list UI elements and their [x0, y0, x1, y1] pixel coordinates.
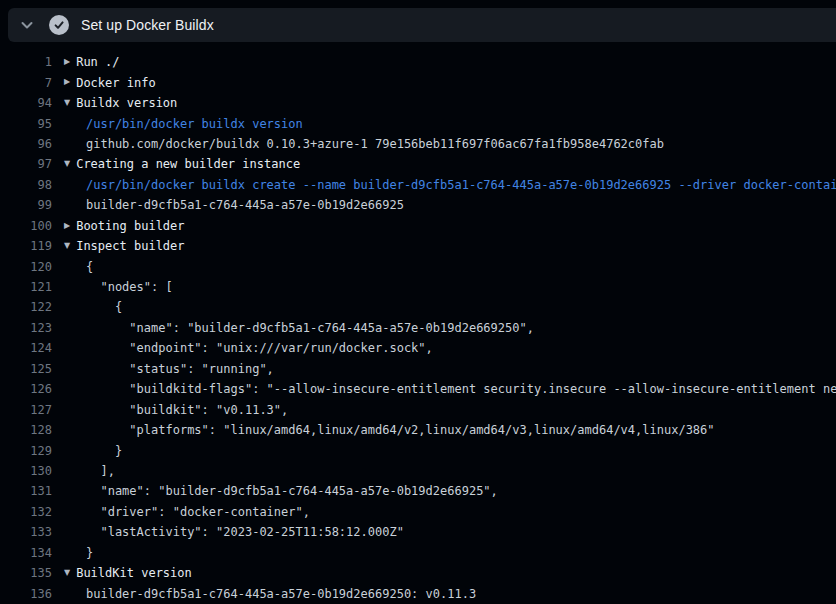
- triangle-down-icon: ▼: [64, 93, 70, 113]
- line-number[interactable]: 95: [0, 117, 52, 131]
- output-text: "lastActivity": "2023-02-25T11:58:12.000…: [86, 525, 404, 539]
- log-line: 125 "status": "running",: [0, 359, 836, 379]
- log-group-row[interactable]: 100▶Booting builder: [0, 216, 836, 236]
- line-number[interactable]: 94: [0, 96, 52, 110]
- log-group-row[interactable]: 135▼BuildKit version: [0, 563, 836, 583]
- log-line: 121 "nodes": [: [0, 277, 836, 297]
- log-line: 131 "name": "builder-d9cfb5a1-c764-445a-…: [0, 481, 836, 501]
- step-title: Set up Docker Buildx: [81, 17, 214, 33]
- log-line: 124 "endpoint": "unix:///var/run/docker.…: [0, 338, 836, 358]
- output-text: {: [86, 260, 93, 274]
- log-group-row[interactable]: 1▶Run ./: [0, 52, 836, 72]
- line-number[interactable]: 131: [0, 484, 52, 498]
- command-text: /usr/bin/docker buildx create --name bui…: [86, 178, 836, 192]
- output-text: }: [86, 444, 122, 458]
- command-text: /usr/bin/docker buildx version: [86, 117, 303, 131]
- output-text: builder-d9cfb5a1-c764-445a-a57e-0b19d2e6…: [86, 587, 476, 601]
- triangle-down-icon: ▼: [64, 154, 70, 174]
- output-text: {: [86, 300, 122, 314]
- line-number[interactable]: 134: [0, 546, 52, 560]
- line-number[interactable]: 126: [0, 382, 52, 396]
- output-text: "status": "running",: [86, 362, 274, 376]
- line-number[interactable]: 98: [0, 178, 52, 192]
- line-number[interactable]: 96: [0, 137, 52, 151]
- group-title: Creating a new builder instance: [76, 157, 300, 171]
- output-text: builder-d9cfb5a1-c764-445a-a57e-0b19d2e6…: [86, 198, 404, 212]
- output-text: "platforms": "linux/amd64,linux/amd64/v2…: [86, 423, 715, 437]
- log-group-row[interactable]: 97▼Creating a new builder instance: [0, 154, 836, 174]
- line-number[interactable]: 123: [0, 321, 52, 335]
- log-line: 120{: [0, 256, 836, 276]
- line-number[interactable]: 100: [0, 219, 52, 233]
- line-number[interactable]: 121: [0, 280, 52, 294]
- log-line: 123 "name": "builder-d9cfb5a1-c764-445a-…: [0, 318, 836, 338]
- line-number[interactable]: 130: [0, 464, 52, 478]
- line-number[interactable]: 122: [0, 300, 52, 314]
- line-number[interactable]: 120: [0, 260, 52, 274]
- chevron-down-icon[interactable]: [19, 17, 35, 33]
- triangle-right-icon: ▶: [64, 72, 70, 92]
- log-line: 129 }: [0, 440, 836, 460]
- triangle-down-icon: ▼: [64, 236, 70, 256]
- log-viewer: 1▶Run ./7▶Docker info94▼Buildx version95…: [0, 52, 836, 604]
- output-text: ],: [86, 464, 115, 478]
- group-title: BuildKit version: [76, 566, 192, 580]
- output-text: }: [86, 546, 93, 560]
- line-number[interactable]: 124: [0, 341, 52, 355]
- line-number[interactable]: 128: [0, 423, 52, 437]
- line-number[interactable]: 99: [0, 198, 52, 212]
- line-number[interactable]: 119: [0, 239, 52, 253]
- log-group-row[interactable]: 119▼Inspect builder: [0, 236, 836, 256]
- output-text: "driver": "docker-container",: [86, 505, 310, 519]
- log-line: 132 "driver": "docker-container",: [0, 502, 836, 522]
- log-group-row[interactable]: 94▼Buildx version: [0, 93, 836, 113]
- log-line: 122 {: [0, 297, 836, 317]
- triangle-right-icon: ▶: [64, 216, 70, 236]
- line-number[interactable]: 135: [0, 566, 52, 580]
- output-text: "buildkit": "v0.11.3",: [86, 403, 288, 417]
- group-title: Run ./: [76, 55, 119, 69]
- output-text: "name": "builder-d9cfb5a1-c764-445a-a57e…: [86, 484, 498, 498]
- line-number[interactable]: 127: [0, 403, 52, 417]
- group-title: Docker info: [76, 76, 155, 90]
- log-line: 134}: [0, 543, 836, 563]
- line-number[interactable]: 125: [0, 362, 52, 376]
- log-line: 136builder-d9cfb5a1-c764-445a-a57e-0b19d…: [0, 583, 836, 603]
- group-title: Buildx version: [76, 96, 177, 110]
- line-number[interactable]: 132: [0, 505, 52, 519]
- log-line: 95/usr/bin/docker buildx version: [0, 113, 836, 133]
- log-group-row[interactable]: 7▶Docker info: [0, 72, 836, 92]
- log-line: 98/usr/bin/docker buildx create --name b…: [0, 175, 836, 195]
- output-text: github.com/docker/buildx 0.10.3+azure-1 …: [86, 137, 664, 151]
- check-circle-icon: [49, 15, 69, 35]
- step-header[interactable]: Set up Docker Buildx: [8, 8, 836, 42]
- output-text: "endpoint": "unix:///var/run/docker.sock…: [86, 341, 433, 355]
- line-number[interactable]: 133: [0, 525, 52, 539]
- output-text: "buildkitd-flags": "--allow-insecure-ent…: [86, 382, 836, 396]
- line-number[interactable]: 129: [0, 444, 52, 458]
- line-number[interactable]: 7: [0, 76, 52, 90]
- log-line: 127 "buildkit": "v0.11.3",: [0, 399, 836, 419]
- log-line: 130 ],: [0, 461, 836, 481]
- log-line: 128 "platforms": "linux/amd64,linux/amd6…: [0, 420, 836, 440]
- line-number[interactable]: 136: [0, 587, 52, 601]
- output-text: "name": "builder-d9cfb5a1-c764-445a-a57e…: [86, 321, 534, 335]
- group-title: Inspect builder: [76, 239, 184, 253]
- triangle-right-icon: ▶: [64, 52, 70, 72]
- log-line: 96github.com/docker/buildx 0.10.3+azure-…: [0, 134, 836, 154]
- line-number[interactable]: 97: [0, 157, 52, 171]
- group-title: Booting builder: [76, 219, 184, 233]
- line-number[interactable]: 1: [0, 55, 52, 69]
- log-line: 133 "lastActivity": "2023-02-25T11:58:12…: [0, 522, 836, 542]
- log-line: 126 "buildkitd-flags": "--allow-insecure…: [0, 379, 836, 399]
- output-text: "nodes": [: [86, 280, 173, 294]
- triangle-down-icon: ▼: [64, 563, 70, 583]
- log-line: 99builder-d9cfb5a1-c764-445a-a57e-0b19d2…: [0, 195, 836, 215]
